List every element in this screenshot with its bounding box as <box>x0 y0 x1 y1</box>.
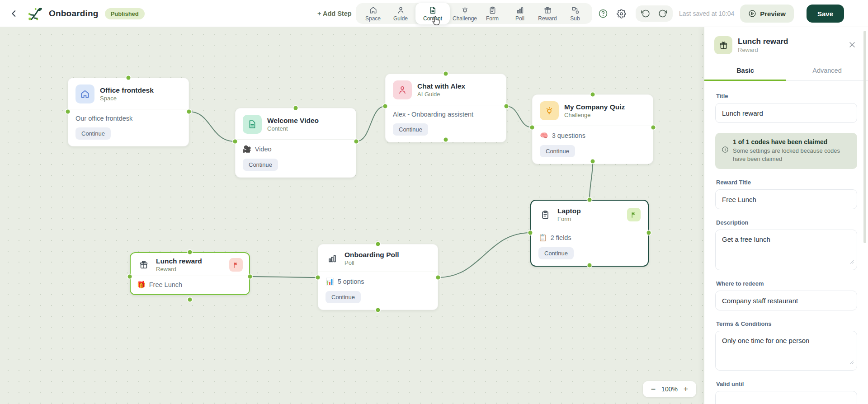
connection-handle[interactable] <box>188 250 192 254</box>
preview-button[interactable]: Preview <box>740 5 794 23</box>
node-onboarding-poll[interactable]: Onboarding Poll Poll 📊5 options Continue <box>318 244 438 310</box>
where-to-redeem-input[interactable] <box>715 291 857 310</box>
connection-handle[interactable] <box>588 263 592 268</box>
chart-emoji: 📊 <box>326 277 334 286</box>
node-type: Space <box>100 95 181 102</box>
zoom-out-button[interactable]: − <box>648 385 658 394</box>
subflow-icon <box>571 6 580 14</box>
node-summary: Our office frontdesk <box>75 115 181 122</box>
person-icon <box>393 80 412 99</box>
connection-handle[interactable] <box>188 298 192 302</box>
title-input[interactable] <box>715 103 857 123</box>
connection-handle[interactable] <box>651 126 656 130</box>
save-button[interactable]: Save <box>807 5 844 23</box>
lightbulb-icon <box>540 101 559 120</box>
play-circle-icon <box>748 9 756 18</box>
node-type: Content <box>267 125 349 132</box>
tool-sub[interactable]: Sub <box>561 4 589 23</box>
connection-handle[interactable] <box>248 275 252 279</box>
connection-handle[interactable] <box>127 76 131 80</box>
continue-chip[interactable]: Continue <box>538 247 574 259</box>
node-summary: 📊5 options <box>326 277 430 286</box>
node-summary: Alex - Onboarding assistent <box>393 111 499 118</box>
connection-handle[interactable] <box>505 104 509 108</box>
continue-chip[interactable]: Continue <box>75 127 111 140</box>
connection-handle[interactable] <box>444 138 448 142</box>
panel-title: Lunch reward <box>738 37 788 46</box>
reward-title-input[interactable] <box>715 189 857 209</box>
bar-chart-icon <box>516 6 524 14</box>
resize-handle-icon[interactable] <box>849 258 854 266</box>
description-label: Description <box>716 219 856 226</box>
connection-handle[interactable] <box>647 231 651 235</box>
node-welcome-video[interactable]: Welcome Video Content 🎥Video Continue <box>235 108 356 178</box>
terms-textarea[interactable]: Only one time for one person <box>715 331 857 371</box>
panel-scrollbar[interactable] <box>863 31 866 243</box>
node-chat-with-alex[interactable]: Chat with Alex AI Guide Alex - Onboardin… <box>385 74 506 142</box>
connection-handle[interactable] <box>591 93 595 97</box>
tab-advanced[interactable]: Advanced <box>786 61 868 80</box>
connection-handle[interactable] <box>354 140 359 144</box>
node-lunch-reward[interactable]: Lunch reward Reward 🎁Free Lunch <box>130 252 250 295</box>
clipboard-icon <box>488 6 497 14</box>
tool-content[interactable]: Content <box>415 3 450 24</box>
redo-button[interactable] <box>657 8 668 19</box>
close-panel-button[interactable] <box>846 39 858 51</box>
tool-space[interactable]: Space <box>359 4 387 23</box>
continue-chip[interactable]: Continue <box>243 159 278 171</box>
connection-handle[interactable] <box>128 275 132 279</box>
node-type: Form <box>557 216 622 222</box>
help-icon <box>598 9 608 19</box>
edge-video-to-chat <box>356 106 385 141</box>
history-controls <box>636 5 673 22</box>
continue-chip[interactable]: Continue <box>540 145 575 157</box>
home-icon <box>75 85 94 103</box>
notice-title: 1 of 1 codes have been claimed <box>733 138 851 146</box>
panel-tabs: Basic Advanced <box>704 61 868 81</box>
codes-claimed-notice: 1 of 1 codes have been claimed Some sett… <box>715 133 857 169</box>
tool-form[interactable]: Form <box>479 4 506 23</box>
undo-button[interactable] <box>640 8 651 19</box>
node-laptop[interactable]: Laptop Form 📋2 fields Continue <box>530 200 649 267</box>
step-type-toolbar: Space Guide Content Challenge Form Poll <box>356 3 592 24</box>
description-textarea[interactable]: Get a free lunch <box>715 230 857 270</box>
connection-handle[interactable] <box>233 140 237 144</box>
node-office-frontdesk[interactable]: Office frontdesk Space Our office frontd… <box>68 78 189 146</box>
node-title: Laptop <box>557 207 622 215</box>
valid-until-input[interactable] <box>715 391 857 404</box>
gift-icon <box>714 36 732 54</box>
connection-handle[interactable] <box>588 198 592 202</box>
add-step-button[interactable]: + Add Step <box>317 0 352 27</box>
connection-handle[interactable] <box>66 110 70 114</box>
connection-handle[interactable] <box>376 308 380 312</box>
tab-basic[interactable]: Basic <box>704 61 786 80</box>
tool-guide[interactable]: Guide <box>387 4 414 23</box>
connection-handle[interactable] <box>187 110 191 114</box>
continue-chip[interactable]: Continue <box>326 291 361 303</box>
connection-handle[interactable] <box>383 104 387 108</box>
tool-poll[interactable]: Poll <box>506 4 533 23</box>
help-button[interactable] <box>597 7 609 20</box>
tool-reward[interactable]: Reward <box>534 4 561 23</box>
tool-challenge[interactable]: Challenge <box>451 4 478 23</box>
connection-handle[interactable] <box>530 126 534 130</box>
node-my-company-quiz[interactable]: My Company Quiz Challenge 🧠3 questions C… <box>532 94 653 164</box>
notice-text: Some settings are locked because codes h… <box>733 147 851 163</box>
connection-handle[interactable] <box>591 160 595 164</box>
connection-handle[interactable] <box>436 276 440 280</box>
node-title: Welcome Video <box>267 117 349 125</box>
gift-icon <box>543 6 552 14</box>
clipboard-emoji: 📋 <box>538 234 547 242</box>
node-summary: 📋2 fields <box>538 234 641 242</box>
resize-handle-icon[interactable] <box>849 358 854 366</box>
connection-handle[interactable] <box>444 72 448 76</box>
node-summary: 🎁Free Lunch <box>137 281 243 289</box>
settings-button[interactable] <box>615 7 627 20</box>
connection-handle[interactable] <box>528 231 533 235</box>
connection-handle[interactable] <box>316 276 320 280</box>
connection-handle[interactable] <box>376 242 380 246</box>
back-button[interactable] <box>8 8 20 19</box>
zoom-in-button[interactable]: + <box>681 385 691 394</box>
connection-handle[interactable] <box>294 106 298 110</box>
continue-chip[interactable]: Continue <box>393 123 428 136</box>
